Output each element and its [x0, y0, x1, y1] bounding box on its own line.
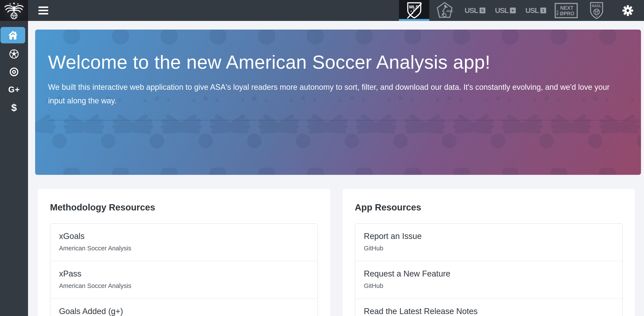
list-item-release-notes[interactable]: Read the Latest Release Notes GitHub — [355, 298, 622, 316]
mls-next-pro-line2: ØPRO — [560, 11, 574, 17]
hamburger-bar — [38, 7, 48, 8]
top-navbar: ★ ★ ★ — [0, 0, 644, 21]
list-item-subtitle: American Soccer Analysis — [59, 282, 309, 289]
nwsl-logo-icon: NWSL — [436, 2, 453, 20]
svg-text:★: ★ — [9, 3, 11, 5]
app-root: ★ ★ ★ — [0, 0, 644, 316]
list-item-subtitle: GitHub — [364, 282, 614, 289]
list-item-title: Report an Issue — [364, 232, 614, 241]
usl-super-league-logo: USL S — [465, 6, 485, 15]
asa-eagle-crest-logo[interactable]: ★ ★ ★ — [0, 0, 28, 21]
league-tab-nasl[interactable]: NASL ★ — [581, 0, 612, 21]
nwsl-logo-text: NWSL — [446, 10, 453, 13]
methodology-resources-card: Methodology Resources xGoals American So… — [38, 189, 330, 316]
usl-1-badge: 1 — [540, 8, 546, 13]
hamburger-bar — [38, 10, 48, 11]
gear-icon — [622, 5, 634, 16]
list-item-subtitle: American Soccer Analysis — [59, 245, 309, 252]
list-item-title: xGoals — [59, 232, 309, 241]
svg-text:★: ★ — [596, 15, 598, 17]
welcome-hero-banner: ★ ★ ★ — [35, 30, 641, 175]
usl-wordmark: USL — [526, 6, 539, 15]
mls-next-pro-side-text: MLS — [556, 10, 559, 15]
league-tab-usl-super-league[interactable]: USL S — [460, 0, 490, 21]
sidebar-item-target[interactable] — [0, 63, 28, 81]
nasl-logo-icon: NASL ★ — [589, 1, 604, 20]
hero-divider — [48, 120, 628, 120]
hamburger-menu-button[interactable] — [37, 5, 50, 16]
league-tab-usl-league-one[interactable]: USL 1 — [520, 0, 551, 21]
mls-logo-icon: MLS ★ ★ ★ — [405, 1, 424, 20]
g-plus-icon: G+ — [8, 85, 20, 94]
home-icon — [8, 31, 18, 40]
league-tab-mls[interactable]: MLS ★ ★ ★ — [399, 0, 429, 21]
svg-text:★: ★ — [410, 10, 412, 12]
usl-wordmark: USL — [495, 6, 508, 15]
app-resources-card: App Resources Report an Issue GitHub Req… — [342, 189, 635, 316]
bullseye-inner — [12, 70, 16, 74]
list-item-goals-added[interactable]: Goals Added (g+) American Soccer Analysi… — [50, 298, 318, 316]
main-content: ★ ★ ★ — [28, 21, 644, 316]
mls-next-pro-line1: NEXT — [560, 5, 573, 11]
sidebar-item-goals-added[interactable]: G+ — [0, 81, 28, 99]
list-item-xgoals[interactable]: xGoals American Soccer Analysis — [50, 224, 318, 261]
settings-button[interactable] — [612, 0, 644, 21]
resource-cards-row: Methodology Resources xGoals American So… — [38, 189, 635, 316]
hero-description: We built this interactive web applicatio… — [48, 81, 621, 107]
mls-next-pro-logo-icon: MLS NEXT ØPRO — [554, 3, 578, 18]
usl-star-badge: ★ — [510, 8, 516, 13]
list-item-title: xPass — [59, 269, 309, 278]
bullseye-icon — [10, 68, 18, 76]
list-item-xpass[interactable]: xPass American Soccer Analysis — [50, 261, 318, 298]
hamburger-bar — [38, 13, 48, 15]
sidebar-item-salaries[interactable]: $ — [0, 99, 28, 116]
league-tab-nwsl[interactable]: NWSL — [429, 0, 460, 21]
usl-championship-logo: USL ★ — [495, 6, 516, 15]
list-item-report-issue[interactable]: Report an Issue GitHub — [355, 224, 622, 261]
svg-text:★: ★ — [412, 12, 414, 15]
hero-content: Welcome to the new American Soccer Analy… — [35, 30, 641, 120]
list-item-request-feature[interactable]: Request a New Feature GitHub — [355, 261, 622, 298]
list-item-title: Goals Added (g+) — [59, 307, 309, 316]
sidebar-item-home[interactable] — [0, 27, 25, 43]
list-item-subtitle: GitHub — [364, 245, 614, 252]
soccer-ball-icon — [9, 49, 19, 59]
league-tab-mls-next-pro[interactable]: MLS NEXT ØPRO — [551, 0, 581, 21]
svg-text:★: ★ — [17, 3, 19, 5]
usl-league-one-logo: USL 1 — [526, 6, 546, 15]
asa-eagle-icon: ★ ★ ★ — [4, 1, 24, 20]
methodology-resources-list: xGoals American Soccer Analysis xPass Am… — [50, 223, 318, 316]
sidebar-item-soccer[interactable] — [0, 45, 28, 63]
league-tab-bar: MLS ★ ★ ★ NWSL USL S — [399, 0, 644, 21]
svg-text:★: ★ — [12, 2, 16, 5]
list-item-title: Request a New Feature — [364, 269, 614, 278]
usl-wordmark: USL — [465, 6, 478, 15]
card-title: App Resources — [355, 202, 623, 213]
app-resources-list: Report an Issue GitHub Request a New Fea… — [355, 223, 623, 316]
left-sidebar: G+ $ — [0, 21, 28, 316]
card-title: Methodology Resources — [50, 202, 318, 213]
dollar-icon: $ — [11, 102, 17, 113]
hero-title: Welcome to the new American Soccer Analy… — [48, 50, 628, 74]
league-tab-usl-championship[interactable]: USL ★ — [490, 0, 520, 21]
list-item-title: Read the Latest Release Notes — [364, 307, 614, 316]
svg-text:★: ★ — [413, 9, 415, 12]
nasl-logo-text: NASL — [592, 4, 601, 8]
usl-s-badge: S — [480, 8, 485, 13]
